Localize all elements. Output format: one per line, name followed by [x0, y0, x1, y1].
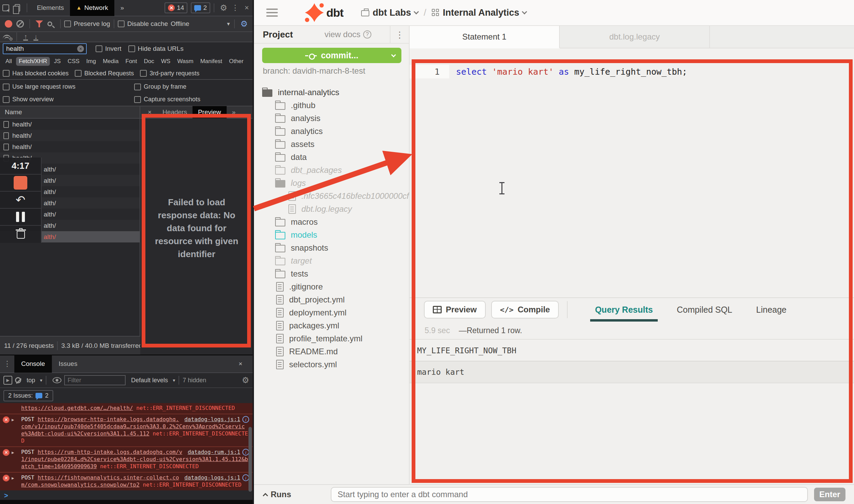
expand-caret-icon[interactable]: ▶ [12, 416, 14, 424]
tab-issues[interactable]: Issues [52, 355, 84, 373]
issues-chip[interactable]: 2 Issues: 2 [3, 390, 53, 401]
checkbox[interactable] [134, 96, 141, 103]
more-detail-tabs-icon[interactable]: » [227, 106, 241, 118]
type-chip[interactable]: All [3, 57, 15, 66]
tree-item[interactable]: .nfc3665c416bfecb1000000cf [254, 190, 410, 203]
console-error[interactable]: ✕ ▶ datadog-logs.js:1 i POST https://bro… [0, 414, 253, 446]
view-docs-link[interactable]: view docs ? [325, 30, 371, 39]
console-prompt[interactable]: > [0, 490, 253, 501]
tree-item[interactable]: target [254, 254, 410, 267]
hamburger-menu-icon[interactable] [266, 9, 278, 17]
source-link[interactable]: datadog-logs.js:1 [184, 474, 240, 481]
type-chip[interactable]: Doc [141, 57, 157, 66]
stop-recording-button[interactable] [0, 175, 41, 192]
tree-item[interactable]: internal-analytics [254, 86, 410, 99]
type-chip[interactable]: Media [100, 57, 121, 66]
import-har-icon[interactable]: ↑ [23, 33, 28, 41]
checkbox[interactable] [140, 70, 147, 77]
tree-item[interactable]: assets [254, 138, 410, 151]
request-url-link[interactable]: https://cloud.getdbt.com/…/health/ [21, 405, 133, 411]
tab-dbt-log-legacy[interactable]: dbt.log.legacy [560, 26, 710, 48]
project-kebab-menu-icon[interactable]: ⋮ [390, 26, 409, 44]
disable-cache-checkbox[interactable] [118, 20, 125, 27]
dbt-logo[interactable]: dbt [304, 3, 343, 23]
checkbox[interactable] [3, 96, 10, 103]
console-error[interactable]: ✕ ▶ i https://cloud.getdbt.com/…/health/… [0, 403, 253, 414]
expand-caret-icon[interactable]: ▶ [12, 449, 14, 456]
tree-item[interactable]: selectors.yml [254, 358, 410, 371]
clear-filter-icon[interactable]: × [77, 45, 84, 52]
tab-headers[interactable]: Headers [157, 106, 193, 118]
inspect-icon[interactable] [0, 2, 12, 14]
option-checkbox-item[interactable]: Use large request rows [3, 83, 134, 90]
console-sidebar-icon[interactable]: ▶ [3, 376, 12, 385]
filter-funnel-icon[interactable] [33, 18, 45, 30]
throttling-caret-icon[interactable]: ▼ [226, 21, 231, 27]
option-checkbox-item[interactable]: Capture screenshots [134, 96, 250, 103]
tree-item[interactable]: .gitignore [254, 280, 410, 293]
more-tabs-icon[interactable]: » [114, 0, 130, 16]
record-icon[interactable] [3, 18, 14, 30]
network-filter-input[interactable] [3, 43, 87, 54]
tab-network[interactable]: ▲ Network [70, 0, 114, 16]
tab-compiled-sql[interactable]: Compiled SQL [677, 298, 732, 322]
tree-item[interactable]: deployment.yml [254, 306, 410, 319]
export-har-icon[interactable]: ↓ [33, 33, 38, 41]
delete-recording-button[interactable] [0, 223, 42, 244]
hide-data-urls-checkbox[interactable] [128, 45, 135, 52]
live-expression-eye-icon[interactable] [53, 377, 61, 383]
info-icon[interactable]: i [242, 449, 249, 456]
tree-item[interactable]: data [254, 151, 410, 164]
type-chip[interactable]: Manifest [198, 57, 225, 66]
tree-item[interactable]: logs [254, 177, 410, 190]
name-column-header[interactable]: Name [0, 106, 140, 119]
tab-elements[interactable]: Elements [31, 0, 70, 16]
code-line-1[interactable]: 1 select 'mario kart' as my_life_right_n… [410, 65, 854, 78]
preserve-log-checkbox[interactable] [64, 20, 71, 27]
tree-item[interactable]: .github [254, 99, 410, 112]
filter-checkbox-item[interactable]: Blocked Requests [75, 70, 134, 77]
tree-item[interactable]: profile_template.yml [254, 332, 410, 345]
network-request-row[interactable]: health/ [0, 141, 140, 152]
tree-item[interactable]: snapshots [254, 241, 410, 254]
info-icon[interactable]: i [242, 416, 249, 423]
dbt-command-input[interactable] [331, 487, 808, 502]
results-column-header[interactable]: MY_LIFE_RIGHT_NOW_TBH [410, 340, 854, 361]
network-request-row[interactable]: health/ [0, 130, 140, 141]
invert-checkbox[interactable] [96, 45, 102, 52]
filter-checkbox-item[interactable]: Has blocked cookies [3, 70, 69, 77]
code-editor[interactable]: 1 select 'mario kart' as my_life_right_n… [410, 62, 854, 484]
device-toolbar-icon[interactable] [12, 2, 23, 14]
clear-icon[interactable] [14, 18, 26, 30]
runs-toggle[interactable]: Runs [264, 490, 291, 499]
option-checkbox-item[interactable]: Show overview [3, 96, 134, 103]
tree-item[interactable]: README.md [254, 345, 410, 358]
checkbox[interactable] [3, 70, 10, 77]
execution-context-select[interactable]: top [27, 377, 35, 384]
tab-lineage[interactable]: Lineage [756, 298, 786, 322]
tree-item[interactable]: tests [254, 267, 410, 280]
clear-console-icon[interactable] [12, 374, 24, 386]
close-devtools-icon[interactable]: × [241, 2, 253, 14]
console-settings-gear-icon[interactable]: ⚙ [242, 375, 249, 385]
enter-button[interactable]: Enter [814, 488, 845, 501]
console-error[interactable]: ✕ ▶ datadog-logs.js:1 i POST https://fis… [0, 472, 253, 490]
type-chip[interactable]: Wasm [174, 57, 196, 66]
filter-checkbox-item[interactable]: 3rd-party requests [140, 70, 199, 77]
issues-badge[interactable]: 2 [191, 2, 210, 13]
preview-button[interactable]: Preview [424, 301, 486, 318]
checkbox[interactable] [134, 84, 141, 90]
network-request-row[interactable]: health/ [0, 119, 140, 130]
drawer-kebab-icon[interactable]: ⋮ [3, 359, 11, 368]
type-chip[interactable]: CSS [65, 57, 82, 66]
search-icon[interactable] [45, 18, 57, 30]
compile-button[interactable]: </> Compile [491, 301, 559, 318]
tree-item[interactable]: dbt_packages [254, 164, 410, 177]
network-settings-gear-icon[interactable]: ⚙ [238, 18, 250, 30]
type-chip[interactable]: Fetch/XHR [16, 57, 50, 66]
source-link[interactable]: datadog-logs.js:1 [184, 416, 240, 423]
info-icon[interactable]: i [242, 474, 249, 481]
checkbox[interactable] [75, 70, 82, 77]
type-chip[interactable]: Img [84, 57, 99, 66]
settings-gear-icon[interactable]: ⚙ [218, 2, 229, 14]
